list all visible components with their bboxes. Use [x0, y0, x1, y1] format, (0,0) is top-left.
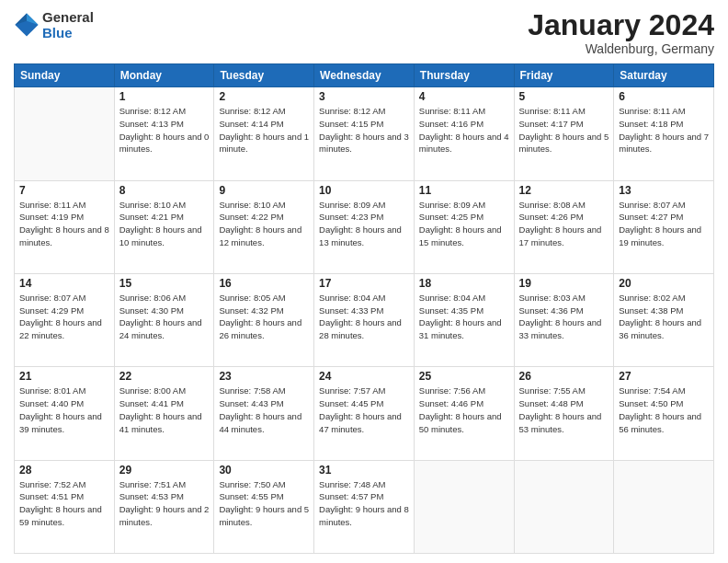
- location: Waldenburg, Germany: [528, 41, 714, 56]
- calendar-cell: 24Sunrise: 7:57 AMSunset: 4:45 PMDayligh…: [314, 367, 415, 460]
- day-info: Sunrise: 8:12 AMSunset: 4:15 PMDaylight:…: [319, 105, 409, 155]
- day-number: 10: [319, 184, 409, 197]
- day-info: Sunrise: 7:58 AMSunset: 4:43 PMDaylight:…: [219, 385, 309, 435]
- calendar-cell: 2Sunrise: 8:12 AMSunset: 4:14 PMDaylight…: [214, 87, 314, 180]
- day-number: 31: [319, 464, 409, 477]
- calendar-cell: 12Sunrise: 8:08 AMSunset: 4:26 PMDayligh…: [514, 180, 614, 273]
- day-number: 18: [419, 277, 509, 290]
- day-info: Sunrise: 8:09 AMSunset: 4:23 PMDaylight:…: [319, 199, 409, 249]
- day-number: 22: [119, 370, 210, 383]
- weekday-header-row: SundayMondayTuesdayWednesdayThursdayFrid…: [15, 64, 714, 87]
- day-number: 24: [319, 370, 409, 383]
- calendar-table: SundayMondayTuesdayWednesdayThursdayFrid…: [14, 63, 714, 554]
- calendar-cell: 28Sunrise: 7:52 AMSunset: 4:51 PMDayligh…: [15, 460, 115, 553]
- day-number: 21: [19, 370, 109, 383]
- day-info: Sunrise: 8:12 AMSunset: 4:13 PMDaylight:…: [119, 105, 210, 155]
- calendar-week-row: 1Sunrise: 8:12 AMSunset: 4:13 PMDaylight…: [15, 87, 714, 180]
- calendar-cell: 29Sunrise: 7:51 AMSunset: 4:53 PMDayligh…: [114, 460, 214, 553]
- day-number: 26: [519, 370, 609, 383]
- day-number: 28: [19, 464, 109, 477]
- day-info: Sunrise: 8:08 AMSunset: 4:26 PMDaylight:…: [519, 199, 609, 249]
- day-number: 30: [219, 464, 309, 477]
- calendar-cell: 26Sunrise: 7:55 AMSunset: 4:48 PMDayligh…: [514, 367, 614, 460]
- weekday-header-wednesday: Wednesday: [314, 64, 415, 87]
- calendar-cell: 10Sunrise: 8:09 AMSunset: 4:23 PMDayligh…: [314, 180, 415, 273]
- calendar-cell: 11Sunrise: 8:09 AMSunset: 4:25 PMDayligh…: [414, 180, 514, 273]
- weekday-header-saturday: Saturday: [614, 64, 714, 87]
- logo-text: General Blue: [42, 9, 94, 40]
- day-number: 27: [619, 370, 709, 383]
- page: General Blue January 2024 Waldenburg, Ge…: [0, 0, 728, 563]
- month-year: January 2024: [528, 9, 714, 41]
- calendar-cell: 4Sunrise: 8:11 AMSunset: 4:16 PMDaylight…: [414, 87, 514, 180]
- day-info: Sunrise: 8:00 AMSunset: 4:41 PMDaylight:…: [119, 385, 210, 435]
- calendar-cell: 30Sunrise: 7:50 AMSunset: 4:55 PMDayligh…: [214, 460, 314, 553]
- weekday-header-thursday: Thursday: [414, 64, 514, 87]
- header: General Blue January 2024 Waldenburg, Ge…: [14, 9, 714, 56]
- day-number: 11: [419, 184, 509, 197]
- calendar-cell: [514, 460, 614, 553]
- calendar-cell: 6Sunrise: 8:11 AMSunset: 4:18 PMDaylight…: [614, 87, 714, 180]
- day-number: 6: [619, 90, 709, 103]
- day-info: Sunrise: 8:11 AMSunset: 4:19 PMDaylight:…: [19, 199, 109, 249]
- day-info: Sunrise: 7:55 AMSunset: 4:48 PMDaylight:…: [519, 385, 609, 435]
- day-number: 2: [219, 90, 309, 103]
- weekday-header-monday: Monday: [114, 64, 214, 87]
- day-info: Sunrise: 8:03 AMSunset: 4:36 PMDaylight:…: [519, 292, 609, 342]
- day-info: Sunrise: 7:50 AMSunset: 4:55 PMDaylight:…: [219, 478, 309, 529]
- day-info: Sunrise: 8:05 AMSunset: 4:32 PMDaylight:…: [219, 292, 309, 342]
- calendar-cell: 20Sunrise: 8:02 AMSunset: 4:38 PMDayligh…: [614, 273, 714, 366]
- calendar-cell: 1Sunrise: 8:12 AMSunset: 4:13 PMDaylight…: [114, 87, 214, 180]
- calendar-cell: 31Sunrise: 7:48 AMSunset: 4:57 PMDayligh…: [314, 460, 415, 553]
- calendar-cell: 23Sunrise: 7:58 AMSunset: 4:43 PMDayligh…: [214, 367, 314, 460]
- day-info: Sunrise: 8:11 AMSunset: 4:16 PMDaylight:…: [419, 105, 509, 155]
- day-info: Sunrise: 8:01 AMSunset: 4:40 PMDaylight:…: [19, 385, 109, 435]
- day-info: Sunrise: 8:09 AMSunset: 4:25 PMDaylight:…: [419, 199, 509, 249]
- day-number: 25: [419, 370, 509, 383]
- calendar-week-row: 28Sunrise: 7:52 AMSunset: 4:51 PMDayligh…: [15, 460, 714, 553]
- logo-icon: [14, 12, 40, 38]
- day-number: 23: [219, 370, 309, 383]
- calendar-cell: [614, 460, 714, 553]
- calendar-week-row: 7Sunrise: 8:11 AMSunset: 4:19 PMDaylight…: [15, 180, 714, 273]
- calendar-cell: 16Sunrise: 8:05 AMSunset: 4:32 PMDayligh…: [214, 273, 314, 366]
- day-info: Sunrise: 8:02 AMSunset: 4:38 PMDaylight:…: [619, 292, 709, 342]
- calendar-cell: 22Sunrise: 8:00 AMSunset: 4:41 PMDayligh…: [114, 367, 214, 460]
- calendar-cell: 13Sunrise: 8:07 AMSunset: 4:27 PMDayligh…: [614, 180, 714, 273]
- calendar-week-row: 14Sunrise: 8:07 AMSunset: 4:29 PMDayligh…: [15, 273, 714, 366]
- day-info: Sunrise: 7:54 AMSunset: 4:50 PMDaylight:…: [619, 385, 709, 435]
- calendar-cell: 7Sunrise: 8:11 AMSunset: 4:19 PMDaylight…: [15, 180, 115, 273]
- day-info: Sunrise: 8:04 AMSunset: 4:33 PMDaylight:…: [319, 292, 409, 342]
- calendar-cell: 21Sunrise: 8:01 AMSunset: 4:40 PMDayligh…: [15, 367, 115, 460]
- day-number: 29: [119, 464, 210, 477]
- calendar-cell: 8Sunrise: 8:10 AMSunset: 4:21 PMDaylight…: [114, 180, 214, 273]
- day-info: Sunrise: 8:07 AMSunset: 4:29 PMDaylight:…: [19, 292, 109, 342]
- calendar-week-row: 21Sunrise: 8:01 AMSunset: 4:40 PMDayligh…: [15, 367, 714, 460]
- day-info: Sunrise: 8:07 AMSunset: 4:27 PMDaylight:…: [619, 199, 709, 249]
- day-number: 13: [619, 184, 709, 197]
- day-info: Sunrise: 8:12 AMSunset: 4:14 PMDaylight:…: [219, 105, 309, 155]
- day-number: 15: [119, 277, 210, 290]
- day-number: 1: [119, 90, 210, 103]
- calendar-cell: 27Sunrise: 7:54 AMSunset: 4:50 PMDayligh…: [614, 367, 714, 460]
- day-info: Sunrise: 8:06 AMSunset: 4:30 PMDaylight:…: [119, 292, 210, 342]
- day-number: 9: [219, 184, 309, 197]
- day-number: 14: [19, 277, 109, 290]
- day-number: 8: [119, 184, 210, 197]
- calendar-cell: 9Sunrise: 8:10 AMSunset: 4:22 PMDaylight…: [214, 180, 314, 273]
- day-info: Sunrise: 7:56 AMSunset: 4:46 PMDaylight:…: [419, 385, 509, 435]
- calendar-cell: 3Sunrise: 8:12 AMSunset: 4:15 PMDaylight…: [314, 87, 415, 180]
- calendar-cell: 5Sunrise: 8:11 AMSunset: 4:17 PMDaylight…: [514, 87, 614, 180]
- day-info: Sunrise: 8:04 AMSunset: 4:35 PMDaylight:…: [419, 292, 509, 342]
- day-number: 5: [519, 90, 609, 103]
- calendar-cell: 18Sunrise: 8:04 AMSunset: 4:35 PMDayligh…: [414, 273, 514, 366]
- day-number: 4: [419, 90, 509, 103]
- day-number: 12: [519, 184, 609, 197]
- calendar-cell: [414, 460, 514, 553]
- day-number: 17: [319, 277, 409, 290]
- title-block: January 2024 Waldenburg, Germany: [528, 9, 714, 56]
- day-info: Sunrise: 8:11 AMSunset: 4:17 PMDaylight:…: [519, 105, 609, 155]
- calendar-cell: 19Sunrise: 8:03 AMSunset: 4:36 PMDayligh…: [514, 273, 614, 366]
- calendar-cell: 15Sunrise: 8:06 AMSunset: 4:30 PMDayligh…: [114, 273, 214, 366]
- day-number: 3: [319, 90, 409, 103]
